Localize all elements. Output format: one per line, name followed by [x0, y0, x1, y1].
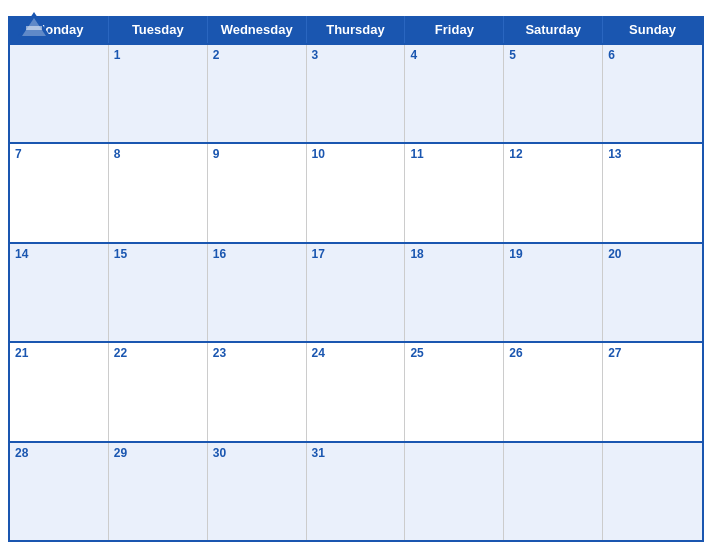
day-number: 13 [608, 147, 621, 161]
day-number: 6 [608, 48, 615, 62]
week-row-2: 78910111213 [10, 142, 702, 241]
day-number: 11 [410, 147, 423, 161]
calendar-header [0, 0, 712, 16]
day-cell-12: 12 [504, 144, 603, 241]
day-number: 31 [312, 446, 325, 460]
day-number: 1 [114, 48, 121, 62]
day-cell-empty [405, 443, 504, 540]
calendar-table: MondayTuesdayWednesdayThursdayFridaySatu… [8, 16, 704, 542]
day-number: 3 [312, 48, 319, 62]
day-cell-27: 27 [603, 343, 702, 440]
week-row-3: 14151617181920 [10, 242, 702, 341]
day-number: 14 [15, 247, 28, 261]
day-number: 29 [114, 446, 127, 460]
day-cell-26: 26 [504, 343, 603, 440]
week-row-5: 28293031 [10, 441, 702, 540]
day-number: 20 [608, 247, 621, 261]
day-cell-17: 17 [307, 244, 406, 341]
day-number: 17 [312, 247, 325, 261]
day-cell-14: 14 [10, 244, 109, 341]
day-number: 24 [312, 346, 325, 360]
weeks-container: 1234567891011121314151617181920212223242… [10, 43, 702, 540]
day-cell-9: 9 [208, 144, 307, 241]
day-cell-20: 20 [603, 244, 702, 341]
day-cell-24: 24 [307, 343, 406, 440]
day-cell-2: 2 [208, 45, 307, 142]
day-cell-16: 16 [208, 244, 307, 341]
day-header-saturday: Saturday [504, 16, 603, 43]
day-cell-10: 10 [307, 144, 406, 241]
day-cell-empty [10, 45, 109, 142]
day-number: 5 [509, 48, 516, 62]
day-header-wednesday: Wednesday [208, 16, 307, 43]
day-cell-4: 4 [405, 45, 504, 142]
day-number: 16 [213, 247, 226, 261]
day-number: 26 [509, 346, 522, 360]
day-cell-13: 13 [603, 144, 702, 241]
day-number: 19 [509, 247, 522, 261]
day-cell-7: 7 [10, 144, 109, 241]
logo [16, 10, 52, 38]
day-header-friday: Friday [405, 16, 504, 43]
day-cell-28: 28 [10, 443, 109, 540]
day-number: 25 [410, 346, 423, 360]
day-number: 2 [213, 48, 220, 62]
svg-rect-2 [26, 26, 42, 30]
week-row-4: 21222324252627 [10, 341, 702, 440]
day-cell-21: 21 [10, 343, 109, 440]
day-cell-31: 31 [307, 443, 406, 540]
day-cell-3: 3 [307, 45, 406, 142]
day-cell-23: 23 [208, 343, 307, 440]
day-number: 8 [114, 147, 121, 161]
day-cell-19: 19 [504, 244, 603, 341]
day-header-sunday: Sunday [603, 16, 702, 43]
logo-icon [16, 10, 52, 38]
day-number: 21 [15, 346, 28, 360]
day-number: 28 [15, 446, 28, 460]
day-cell-22: 22 [109, 343, 208, 440]
day-cell-6: 6 [603, 45, 702, 142]
day-number: 22 [114, 346, 127, 360]
day-cell-29: 29 [109, 443, 208, 540]
day-cell-empty [603, 443, 702, 540]
day-cell-empty [504, 443, 603, 540]
day-cell-15: 15 [109, 244, 208, 341]
day-number: 23 [213, 346, 226, 360]
day-number: 10 [312, 147, 325, 161]
day-number: 9 [213, 147, 220, 161]
day-cell-5: 5 [504, 45, 603, 142]
day-number: 18 [410, 247, 423, 261]
day-cell-25: 25 [405, 343, 504, 440]
day-header-thursday: Thursday [307, 16, 406, 43]
day-number: 12 [509, 147, 522, 161]
day-header-tuesday: Tuesday [109, 16, 208, 43]
day-number: 4 [410, 48, 417, 62]
day-cell-8: 8 [109, 144, 208, 241]
day-number: 30 [213, 446, 226, 460]
day-cell-1: 1 [109, 45, 208, 142]
day-cell-30: 30 [208, 443, 307, 540]
day-number: 27 [608, 346, 621, 360]
week-row-1: 123456 [10, 43, 702, 142]
day-cell-11: 11 [405, 144, 504, 241]
calendar: MondayTuesdayWednesdayThursdayFridaySatu… [0, 0, 712, 550]
day-headers-row: MondayTuesdayWednesdayThursdayFridaySatu… [10, 16, 702, 43]
day-number: 7 [15, 147, 22, 161]
day-number: 15 [114, 247, 127, 261]
day-cell-18: 18 [405, 244, 504, 341]
